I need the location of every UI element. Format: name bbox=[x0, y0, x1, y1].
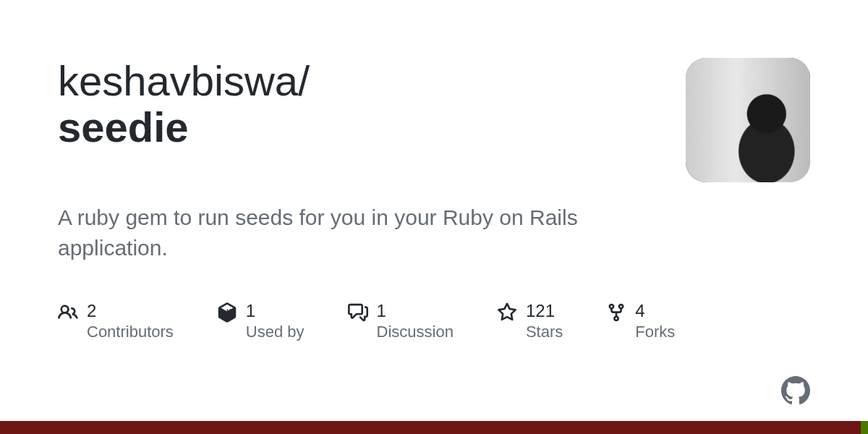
repo-slash: / bbox=[298, 57, 310, 104]
stat-number: 4 bbox=[635, 301, 675, 322]
repo-description: A ruby gem to run seeds for you in your … bbox=[58, 203, 622, 263]
package-dependents-icon bbox=[217, 302, 237, 323]
people-icon bbox=[58, 302, 78, 323]
language-bar bbox=[0, 421, 868, 434]
stats-row: 2 Contributors 1 Used by 1 Discussion 12… bbox=[58, 301, 810, 342]
avatar[interactable] bbox=[686, 58, 810, 182]
stat-label: Forks bbox=[635, 322, 675, 343]
repo-name[interactable]: seedie bbox=[58, 103, 189, 150]
stat-discussion[interactable]: 1 Discussion bbox=[348, 301, 454, 342]
stat-stars[interactable]: 121 Stars bbox=[497, 301, 563, 342]
stat-number: 2 bbox=[87, 301, 174, 322]
stat-contributors[interactable]: 2 Contributors bbox=[58, 301, 174, 342]
stat-number: 1 bbox=[377, 301, 454, 322]
stat-number: 121 bbox=[526, 301, 563, 322]
stat-number: 1 bbox=[246, 301, 305, 322]
stat-label: Contributors bbox=[87, 322, 174, 343]
repo-owner[interactable]: keshavbiswa bbox=[58, 57, 298, 104]
stat-label: Discussion bbox=[377, 322, 454, 343]
stat-label: Used by bbox=[246, 322, 305, 343]
stat-forks[interactable]: 4 Forks bbox=[606, 301, 675, 342]
repo-title: keshavbiswa/ seedie bbox=[58, 58, 686, 150]
comment-discussion-icon bbox=[348, 302, 368, 323]
stat-label: Stars bbox=[526, 322, 563, 343]
repo-forked-icon bbox=[606, 302, 626, 323]
github-logo-icon bbox=[781, 376, 810, 405]
star-icon bbox=[497, 302, 517, 323]
stat-usedby[interactable]: 1 Used by bbox=[217, 301, 305, 342]
